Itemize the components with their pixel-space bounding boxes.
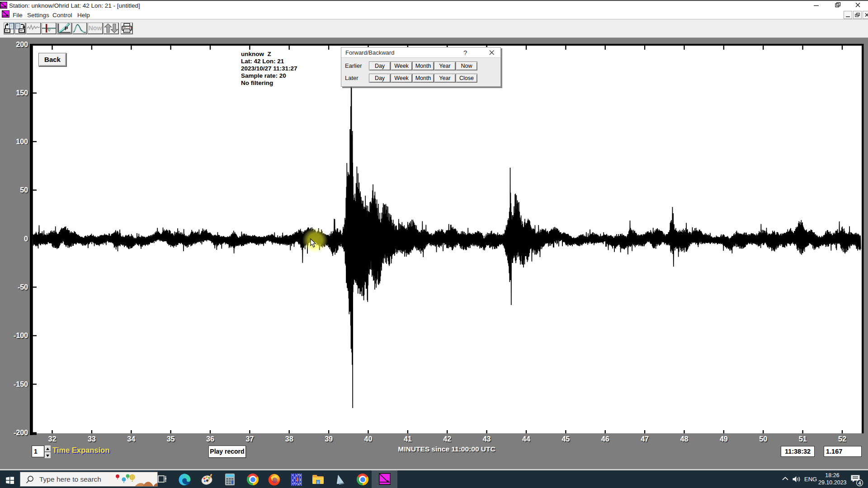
svg-text:-150: -150 [14, 380, 28, 388]
svg-text:44: 44 [522, 435, 530, 443]
svg-text:150: 150 [16, 89, 28, 97]
svg-text:35: 35 [167, 435, 175, 443]
svg-text:45: 45 [561, 435, 570, 443]
svg-text:49: 49 [720, 435, 728, 443]
svg-text:100: 100 [16, 138, 28, 145]
svg-text:48: 48 [680, 435, 689, 443]
svg-text:38: 38 [285, 435, 293, 443]
svg-text:-100: -100 [14, 332, 28, 339]
svg-text:51: 51 [799, 435, 807, 443]
svg-text:200: 200 [16, 41, 28, 48]
svg-text:-200: -200 [14, 429, 28, 436]
svg-text:-50: -50 [18, 283, 28, 291]
svg-text:40: 40 [364, 435, 373, 443]
svg-text:52: 52 [838, 435, 846, 443]
svg-text:36: 36 [206, 435, 214, 443]
svg-text:50: 50 [759, 435, 767, 443]
svg-text:P: P [65, 26, 68, 31]
svg-text:43: 43 [483, 435, 491, 443]
svg-text:0: 0 [24, 235, 28, 243]
svg-text:MINUTES since 11:00:00 UTC: MINUTES since 11:00:00 UTC [398, 445, 495, 453]
svg-text:4: 4 [858, 480, 861, 486]
svg-text:32: 32 [48, 435, 57, 443]
svg-text:37: 37 [245, 435, 254, 443]
svg-text:39: 39 [325, 435, 333, 443]
svg-text:34: 34 [127, 435, 135, 443]
svg-text:50: 50 [20, 186, 28, 194]
svg-text:33: 33 [88, 435, 96, 443]
svg-text:47: 47 [641, 435, 649, 443]
svg-text:41: 41 [404, 435, 412, 443]
svg-text:46: 46 [601, 435, 609, 443]
svg-text:42: 42 [443, 435, 451, 443]
svg-text:?: ? [463, 49, 467, 56]
